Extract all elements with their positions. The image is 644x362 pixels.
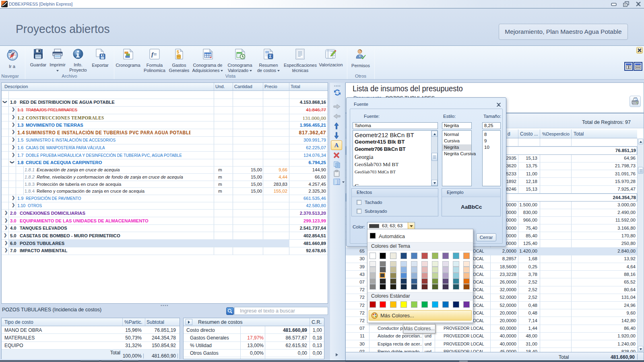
svg-text:Σ: Σ: [269, 54, 272, 59]
svg-text:f=: f=: [151, 51, 157, 58]
svg-text:$: $: [177, 49, 179, 54]
